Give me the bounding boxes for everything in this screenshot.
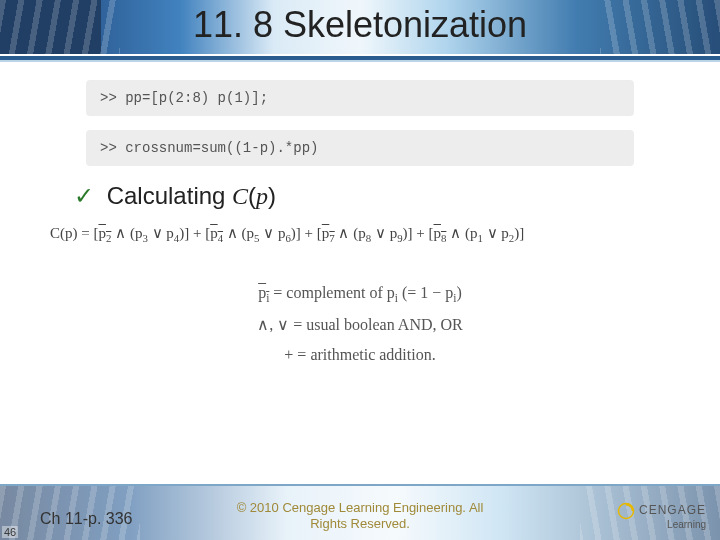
footer: Ch 11-p. 336 © 2010 Cengage Learning Eng… — [0, 484, 720, 540]
legend-line-3: + = arithmetic addition. — [30, 340, 690, 370]
checkmark-icon: ✓ — [74, 182, 94, 209]
formula-cp: C(p) = [p2 ∧ (p3 ∨ p4)] + [p4 ∧ (p5 ∨ p6… — [50, 224, 670, 244]
title-underline — [0, 56, 720, 60]
bullet-var-C: C — [232, 183, 248, 209]
slide-title: 11. 8 Skeletonization — [0, 4, 720, 46]
copyright-text: © 2010 Cengage Learning Engineering. All… — [0, 500, 720, 533]
code-block-2: >> crossnum=sum((1-p).*pp) — [86, 130, 634, 166]
legend-line-2: ∧, ∨ = usual boolean AND, OR — [30, 310, 690, 340]
formula-legend: pi = complement of pi (= 1 − pi) ∧, ∨ = … — [30, 278, 690, 371]
cengage-logo: CENGAGE Learning — [617, 502, 706, 530]
code-block-1: >> pp=[p(2:8) p(1)]; — [86, 80, 634, 116]
bullet-var-p: p — [256, 183, 268, 209]
slide: 11. 8 Skeletonization >> pp=[p(2:8) p(1)… — [0, 0, 720, 540]
formula-lhs: C(p) = — [50, 225, 93, 241]
bullet-text: Calculating — [107, 182, 232, 209]
content-area: >> pp=[p(2:8) p(1)]; >> crossnum=sum((1-… — [0, 70, 720, 484]
brand-icon — [617, 502, 635, 520]
legend-line-1: pi = complement of pi (= 1 − pi) — [30, 278, 690, 310]
bullet-calculating: ✓ Calculating C(p) — [74, 182, 690, 210]
slide-number: 46 — [2, 526, 18, 538]
